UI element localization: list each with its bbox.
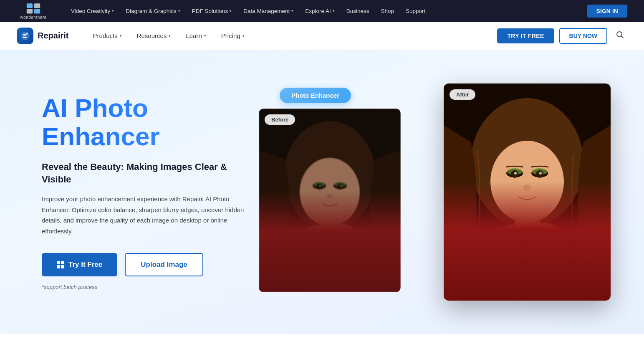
svg-point-21 (330, 224, 355, 239)
second-nav-item-products[interactable]: Products ▾ (85, 22, 129, 50)
after-image-wrap: After (444, 83, 611, 301)
top-nav-item-data-management[interactable]: Data Management ▾ (237, 0, 299, 22)
brand-name: Repairit (38, 31, 68, 40)
second-nav-item-resources[interactable]: Resources ▾ (129, 22, 179, 50)
hero-image-area: Photo Enhancer Before (259, 83, 611, 301)
before-label: Before (265, 114, 295, 125)
hero-content: AI Photo Enhancer Reveal the Beauty: Mak… (42, 94, 259, 291)
svg-point-19 (326, 194, 333, 198)
svg-rect-23 (259, 109, 401, 292)
before-photo (259, 109, 401, 292)
photo-enhancer-bubble: Photo Enhancer (280, 88, 351, 103)
second-nav: Repairit Products ▾ Resources ▾ Learn ▾ … (0, 22, 644, 50)
hero-buttons: Try It Free Upload Image (42, 253, 259, 276)
second-nav-item-learn[interactable]: Learn ▾ (178, 22, 213, 50)
chevron-down-icon: ▾ (242, 34, 245, 38)
second-nav-right: TRY IT FREE BUY NOW (497, 28, 627, 44)
svg-point-20 (305, 225, 330, 242)
logo-area[interactable]: wondershare (17, 3, 50, 20)
svg-point-43 (529, 223, 559, 240)
svg-point-31 (533, 183, 534, 185)
top-nav: wondershare Video Creativity ▾ Diagram &… (0, 0, 644, 22)
svg-rect-1 (34, 3, 40, 8)
hero-description: Improve your photo enhancement experienc… (42, 194, 246, 236)
chevron-down-icon: ▾ (333, 9, 335, 13)
top-nav-item-diagram-graphics[interactable]: Diagram & Graphics ▾ (120, 0, 186, 22)
svg-point-32 (520, 189, 522, 191)
svg-point-29 (516, 181, 518, 182)
top-nav-item-business[interactable]: Business (341, 0, 375, 22)
svg-point-41 (523, 185, 531, 190)
sign-in-button[interactable]: SIGN IN (587, 5, 627, 18)
hero-subtitle: Reveal the Beauty: Making Images Clear &… (42, 161, 259, 185)
svg-rect-0 (27, 3, 33, 8)
try-free-button[interactable]: TRY IT FREE (497, 28, 554, 43)
chevron-down-icon: ▾ (178, 9, 180, 13)
top-nav-item-explore-ai[interactable]: Explore AI ▾ (299, 0, 341, 22)
svg-rect-26 (515, 202, 540, 232)
top-nav-item-pdf-solutions[interactable]: PDF Solutions ▾ (186, 0, 237, 22)
chevron-down-icon: ▾ (291, 9, 293, 13)
after-label: After (450, 89, 475, 100)
svg-rect-47 (539, 239, 543, 248)
svg-rect-9 (319, 209, 340, 234)
wondershare-logo-icon (26, 3, 41, 14)
brand-area[interactable]: Repairit (17, 28, 68, 44)
svg-rect-49 (444, 83, 611, 301)
hero-section: AI Photo Enhancer Reveal the Beauty: Mak… (0, 50, 644, 334)
svg-line-6 (621, 36, 624, 38)
svg-rect-3 (34, 9, 40, 13)
second-nav-links: Products ▾ Resources ▾ Learn ▾ Pricing ▾ (85, 22, 497, 50)
before-photo-svg (259, 109, 401, 292)
svg-rect-46 (533, 237, 538, 248)
top-nav-right: SIGN IN (587, 5, 627, 18)
second-nav-item-pricing[interactable]: Pricing ▾ (214, 22, 252, 50)
chevron-down-icon: ▾ (204, 34, 206, 38)
svg-point-42 (498, 225, 528, 243)
search-icon (616, 30, 624, 39)
after-photo (444, 83, 611, 301)
before-image-wrap: Before (259, 109, 401, 292)
hero-upload-button[interactable]: Upload Image (125, 253, 203, 276)
top-nav-item-shop[interactable]: Shop (375, 0, 400, 22)
hero-note: *support batch process (42, 284, 259, 290)
svg-rect-48 (515, 232, 540, 301)
wondershare-logo-text: wondershare (20, 15, 46, 20)
repairit-logo-icon (17, 28, 33, 44)
buy-now-button[interactable]: BUY NOW (559, 28, 607, 44)
after-photo-svg (444, 83, 611, 301)
chevron-down-icon: ▾ (169, 34, 171, 38)
hero-try-free-button[interactable]: Try It Free (42, 253, 117, 276)
search-button[interactable] (612, 29, 627, 43)
top-nav-links: Video Creativity ▾ Diagram & Graphics ▾ … (65, 0, 587, 22)
svg-rect-44 (504, 238, 508, 248)
svg-rect-22 (317, 230, 342, 292)
top-nav-item-video-creativity[interactable]: Video Creativity ▾ (65, 0, 120, 22)
chevron-down-icon: ▾ (112, 9, 114, 13)
windows-icon (57, 261, 64, 268)
top-nav-item-support[interactable]: Support (400, 0, 431, 22)
chevron-down-icon: ▾ (120, 34, 122, 38)
chevron-down-icon: ▾ (230, 9, 232, 13)
svg-rect-2 (27, 9, 33, 13)
hero-title: AI Photo Enhancer (42, 94, 259, 151)
svg-rect-45 (510, 239, 514, 248)
